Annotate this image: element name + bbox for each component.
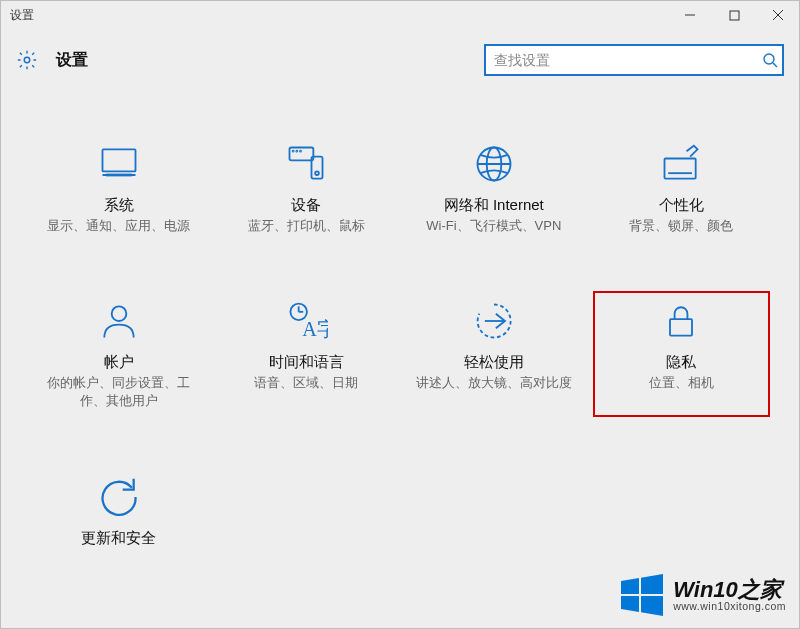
- ease-icon: [472, 299, 516, 343]
- watermark-brand: Win10之家: [673, 578, 786, 601]
- tile-desc: 蓝牙、打印机、鼠标: [248, 217, 365, 235]
- search-container: [484, 44, 784, 76]
- tile-title: 网络和 Internet: [444, 196, 544, 215]
- svg-line-6: [773, 63, 777, 67]
- globe-icon: [472, 142, 516, 186]
- svg-marker-30: [621, 596, 639, 612]
- tile-network[interactable]: 网络和 Internet Wi-Fi、飞行模式、VPN: [405, 134, 583, 241]
- search-input[interactable]: [484, 44, 784, 76]
- tile-title: 轻松使用: [464, 353, 524, 372]
- tile-desc: 你的帐户、同步设置、工作、其他用户: [39, 374, 199, 410]
- tile-ease-of-access[interactable]: 轻松使用 讲述人、放大镜、高对比度: [405, 291, 583, 416]
- personalize-icon: [659, 142, 703, 186]
- tile-desc: 显示、通知、应用、电源: [47, 217, 190, 235]
- close-icon: [772, 9, 784, 21]
- tile-system[interactable]: 系统 显示、通知、应用、电源: [30, 134, 208, 241]
- lock-icon: [659, 299, 703, 343]
- svg-point-13: [300, 151, 301, 152]
- tile-desc: Wi-Fi、飞行模式、VPN: [426, 217, 561, 235]
- settings-grid: 系统 显示、通知、应用、电源 设备 蓝牙、打印机、鼠标 网络和 Internet…: [0, 84, 800, 556]
- svg-rect-7: [102, 149, 135, 171]
- svg-point-21: [111, 307, 126, 322]
- tile-accounts[interactable]: 帐户 你的帐户、同步设置、工作、其他用户: [30, 291, 208, 416]
- devices-icon: [284, 142, 328, 186]
- search-icon: [762, 52, 778, 68]
- display-icon: [97, 142, 141, 186]
- svg-rect-27: [670, 319, 692, 336]
- tile-title: 帐户: [104, 353, 134, 372]
- close-button[interactable]: [756, 0, 800, 30]
- svg-text:A字: A字: [303, 318, 329, 340]
- watermark: Win10之家 www.win10xitong.com: [617, 571, 786, 619]
- svg-rect-1: [730, 11, 739, 20]
- window-title: 设置: [10, 7, 34, 24]
- tile-title: 设备: [291, 196, 321, 215]
- tile-desc: 语音、区域、日期: [254, 374, 358, 392]
- tile-update-security[interactable]: 更新和安全: [30, 467, 208, 556]
- svg-rect-19: [665, 159, 696, 179]
- svg-point-12: [297, 151, 298, 152]
- tile-title: 个性化: [659, 196, 704, 215]
- svg-point-11: [293, 151, 294, 152]
- watermark-url: www.win10xitong.com: [673, 601, 786, 612]
- maximize-icon: [729, 10, 740, 21]
- tile-title: 系统: [104, 196, 134, 215]
- svg-rect-10: [290, 148, 314, 161]
- tile-personalization[interactable]: 个性化 背景、锁屏、颜色: [593, 134, 771, 241]
- tile-privacy[interactable]: 隐私 位置、相机: [593, 291, 771, 416]
- person-icon: [97, 299, 141, 343]
- svg-marker-29: [641, 574, 663, 594]
- page-title: 设置: [56, 50, 88, 71]
- header: 设置: [0, 30, 800, 84]
- svg-marker-31: [641, 596, 663, 616]
- gear-icon: [16, 49, 38, 71]
- minimize-icon: [684, 9, 696, 21]
- tile-title: 更新和安全: [81, 529, 156, 548]
- tile-desc: 背景、锁屏、颜色: [629, 217, 733, 235]
- svg-point-15: [315, 171, 319, 175]
- window-controls: [668, 0, 800, 30]
- svg-point-5: [764, 54, 774, 64]
- svg-marker-28: [621, 578, 639, 594]
- svg-point-4: [24, 57, 30, 63]
- tile-desc: 讲述人、放大镜、高对比度: [416, 374, 572, 392]
- maximize-button[interactable]: [712, 0, 756, 30]
- windows-logo-icon: [617, 571, 665, 619]
- tile-title: 隐私: [666, 353, 696, 372]
- update-icon: [97, 475, 141, 519]
- time-language-icon: A字: [284, 299, 328, 343]
- tile-time-language[interactable]: A字 时间和语言 语音、区域、日期: [218, 291, 396, 416]
- tile-devices[interactable]: 设备 蓝牙、打印机、鼠标: [218, 134, 396, 241]
- minimize-button[interactable]: [668, 0, 712, 30]
- tile-desc: 位置、相机: [649, 374, 714, 392]
- tile-title: 时间和语言: [269, 353, 344, 372]
